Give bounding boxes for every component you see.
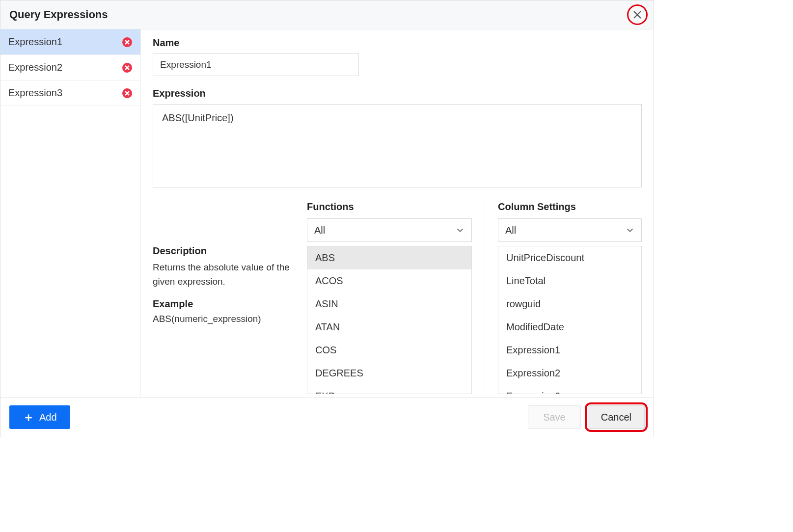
plus-icon: ＋ xyxy=(23,411,34,423)
example-label: Example xyxy=(153,298,296,310)
expression-list-item[interactable]: Expression3 xyxy=(0,80,140,106)
expression-list-item[interactable]: Expression1 xyxy=(0,29,140,55)
delete-icon xyxy=(122,62,133,73)
lower-section: Description Returns the absolute value o… xyxy=(153,201,642,393)
column-item[interactable]: Expression2 xyxy=(498,362,641,385)
columns-listbox[interactable]: UnitPriceDiscount LineTotal rowguid Modi… xyxy=(498,246,642,394)
delete-icon xyxy=(122,37,133,48)
column-item[interactable]: Expression3 xyxy=(498,385,641,394)
chevron-down-icon xyxy=(626,226,634,235)
functions-column: Functions All ABS ACOS ASIN ATAN COS DEG… xyxy=(305,201,474,393)
column-item[interactable]: ModifiedDate xyxy=(498,316,641,339)
columns-filter-select[interactable]: All xyxy=(498,218,642,242)
functions-label: Functions xyxy=(307,201,472,213)
delete-icon xyxy=(122,88,133,99)
description-label: Description xyxy=(153,245,296,257)
description-text: Returns the absolute value of the given … xyxy=(153,261,296,289)
chevron-down-icon xyxy=(456,226,465,235)
columns-filter-value: All xyxy=(505,225,516,236)
function-item[interactable]: EXP xyxy=(307,385,471,394)
column-item[interactable]: LineTotal xyxy=(498,269,641,293)
dialog-header: Query Expressions xyxy=(0,0,654,29)
expression-item-label: Expression3 xyxy=(8,87,62,99)
function-item[interactable]: ACOS xyxy=(307,269,471,293)
close-button[interactable] xyxy=(630,7,645,22)
footer-right: Save Cancel xyxy=(528,405,645,429)
dialog-body: Expression1 Expression2 xyxy=(0,29,654,397)
add-button[interactable]: ＋ Add xyxy=(9,405,70,429)
expression-textarea[interactable] xyxy=(153,104,642,187)
query-expressions-dialog: Query Expressions Expression1 xyxy=(0,0,654,437)
column-settings-column: Column Settings All UnitPriceDiscount Li… xyxy=(484,201,642,393)
column-item[interactable]: UnitPriceDiscount xyxy=(498,246,641,269)
delete-expression-button[interactable] xyxy=(122,88,133,99)
save-button: Save xyxy=(528,405,581,429)
functions-listbox[interactable]: ABS ACOS ASIN ATAN COS DEGREES EXP xyxy=(307,246,472,394)
expression-list-item[interactable]: Expression2 xyxy=(0,55,140,80)
dialog-title: Query Expressions xyxy=(9,8,108,21)
function-item[interactable]: DEGREES xyxy=(307,362,471,385)
column-item[interactable]: Expression1 xyxy=(498,339,641,362)
function-item[interactable]: ASIN xyxy=(307,293,471,316)
save-button-label: Save xyxy=(543,412,566,423)
expression-label: Expression xyxy=(153,88,642,99)
column-settings-label: Column Settings xyxy=(498,201,642,213)
expression-item-label: Expression1 xyxy=(8,36,62,48)
example-text: ABS(numeric_expression) xyxy=(153,314,296,324)
column-item[interactable]: rowguid xyxy=(498,293,641,316)
main-panel: Name Expression Description Returns the … xyxy=(141,29,654,397)
delete-expression-button[interactable] xyxy=(122,37,133,48)
expressions-sidebar: Expression1 Expression2 xyxy=(0,29,141,397)
cancel-button[interactable]: Cancel xyxy=(588,405,645,429)
function-item[interactable]: COS xyxy=(307,339,471,362)
function-item[interactable]: ATAN xyxy=(307,316,471,339)
description-column: Description Returns the absolute value o… xyxy=(153,201,305,393)
functions-filter-value: All xyxy=(314,225,325,236)
expression-item-label: Expression2 xyxy=(8,62,62,73)
close-icon xyxy=(632,10,642,20)
functions-filter-select[interactable]: All xyxy=(307,218,472,242)
name-input[interactable] xyxy=(153,53,359,76)
function-item[interactable]: ABS xyxy=(307,246,471,269)
dialog-footer: ＋ Add Save Cancel xyxy=(0,397,654,437)
delete-expression-button[interactable] xyxy=(122,62,133,73)
cancel-button-label: Cancel xyxy=(601,412,631,423)
name-label: Name xyxy=(153,37,642,49)
add-button-label: Add xyxy=(39,412,57,423)
